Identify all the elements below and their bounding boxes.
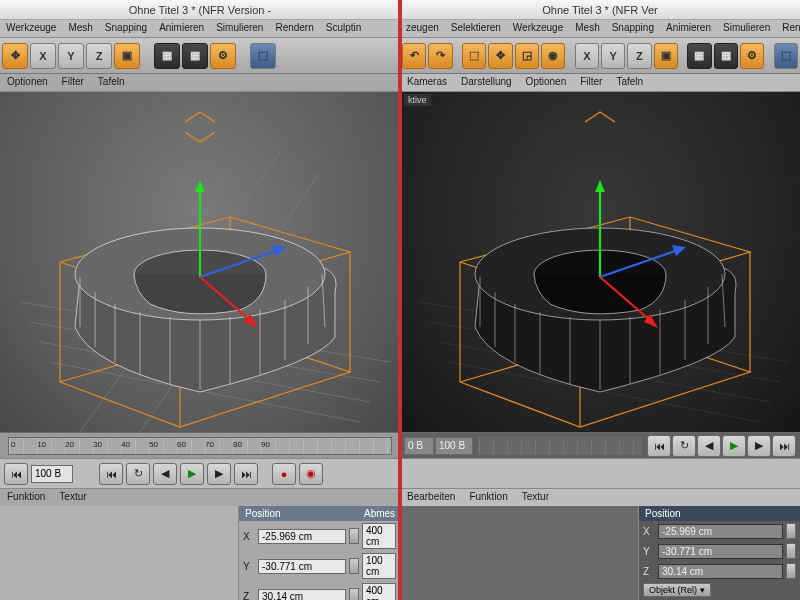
menu-animieren[interactable]: Animieren bbox=[153, 20, 210, 37]
pos-x-field[interactable]: -25.969 cm bbox=[258, 529, 346, 544]
timeline-ruler[interactable]: 0 10 20 30 40 50 60 70 80 90 bbox=[8, 437, 392, 455]
loop-icon[interactable]: ↻ bbox=[672, 435, 696, 457]
render-view-icon[interactable]: ▦ bbox=[154, 43, 180, 69]
attribute-panel: Position X -25.969 cm Y -30.771 cm Z 30.… bbox=[400, 506, 800, 600]
dim-y-field[interactable]: 100 cm bbox=[362, 553, 396, 579]
axis-y-button[interactable]: Y bbox=[601, 43, 625, 69]
autokey-icon[interactable]: ◉ bbox=[299, 463, 323, 485]
hdr-position: Position bbox=[639, 506, 800, 521]
tab-textur[interactable]: Textur bbox=[52, 489, 93, 506]
attribute-tabs: Bearbeiten Funktion Textur bbox=[400, 488, 800, 506]
viewport-3d[interactable]: ktive bbox=[400, 92, 800, 432]
axis-y-button[interactable]: Y bbox=[58, 43, 84, 69]
step-back-icon[interactable]: ◀ bbox=[697, 435, 721, 457]
vmenu-filter[interactable]: Filter bbox=[55, 74, 91, 91]
vmenu-filter[interactable]: Filter bbox=[573, 74, 609, 91]
hdr-abmessung: Abmes bbox=[358, 506, 400, 521]
menu-werkzeuge[interactable]: Werkzeuge bbox=[507, 20, 569, 37]
transport-bar bbox=[400, 458, 800, 488]
timeline-ruler[interactable] bbox=[478, 437, 642, 455]
menu-zeugen[interactable]: zeugen bbox=[400, 20, 445, 37]
end-frame-field[interactable]: 100 B bbox=[31, 465, 73, 483]
timeline[interactable]: 0 B 100 B ⏮ ↻ ◀ ▶ ▶ ⏭ bbox=[400, 432, 800, 458]
dim-z-field[interactable]: 400 cm bbox=[362, 583, 396, 600]
vmenu-tafeln[interactable]: Tafeln bbox=[609, 74, 650, 91]
pos-x-stepper[interactable] bbox=[349, 528, 359, 544]
render-gear-icon[interactable]: ⚙ bbox=[210, 43, 236, 69]
menu-selektieren[interactable]: Selektieren bbox=[445, 20, 507, 37]
axis-x-button[interactable]: X bbox=[30, 43, 56, 69]
goto-start-icon[interactable]: ⏮ bbox=[4, 463, 28, 485]
cube-primitive-icon[interactable]: ▣ bbox=[114, 43, 140, 69]
pos-z-stepper[interactable] bbox=[786, 563, 796, 579]
pos-x-field[interactable]: -25.969 cm bbox=[658, 524, 783, 539]
pos-y-stepper[interactable] bbox=[786, 543, 796, 559]
move-tool-icon[interactable]: ✥ bbox=[488, 43, 512, 69]
render-picture-icon[interactable]: ▦ bbox=[714, 43, 738, 69]
menu-snapping[interactable]: Snapping bbox=[606, 20, 660, 37]
viewport-3d[interactable] bbox=[0, 92, 400, 432]
rotate-tool-icon[interactable]: ◉ bbox=[541, 43, 565, 69]
vmenu-optionen[interactable]: Optionen bbox=[0, 74, 55, 91]
vmenu-optionen[interactable]: Optionen bbox=[519, 74, 574, 91]
coord-mode-dropdown[interactable]: Objekt (Rel)▾ bbox=[643, 583, 711, 597]
menu-animieren[interactable]: Animieren bbox=[660, 20, 717, 37]
rewind-icon[interactable]: ⏮ bbox=[647, 435, 671, 457]
render-settings-icon[interactable]: ▦ bbox=[182, 43, 208, 69]
rewind-icon[interactable]: ⏮ bbox=[99, 463, 123, 485]
pos-z-field[interactable]: 30.14 cm bbox=[658, 564, 783, 579]
undo-icon[interactable]: ↶ bbox=[402, 43, 426, 69]
vmenu-tafeln[interactable]: Tafeln bbox=[91, 74, 132, 91]
end-frame-field[interactable]: 100 B bbox=[435, 437, 473, 455]
record-icon[interactable]: ● bbox=[272, 463, 296, 485]
pos-z-stepper[interactable] bbox=[349, 588, 359, 600]
goto-end-icon[interactable]: ⏭ bbox=[234, 463, 258, 485]
tab-funktion[interactable]: Funktion bbox=[462, 489, 514, 506]
start-frame-field[interactable]: 0 B bbox=[404, 437, 434, 455]
tab-bearbeiten[interactable]: Bearbeiten bbox=[400, 489, 462, 506]
menu-werkzeuge[interactable]: Werkzeuge bbox=[0, 20, 62, 37]
menu-rendern[interactable]: Rendern bbox=[269, 20, 319, 37]
cube-primitive-icon[interactable]: ▣ bbox=[654, 43, 678, 69]
menu-snapping[interactable]: Snapping bbox=[99, 20, 153, 37]
window-title: Ohne Titel 3 * (NFR Version - bbox=[0, 0, 400, 20]
axis-x-button[interactable]: X bbox=[575, 43, 599, 69]
pos-x-stepper[interactable] bbox=[786, 523, 796, 539]
axis-z-button[interactable]: Z bbox=[627, 43, 651, 69]
menu-mesh[interactable]: Mesh bbox=[569, 20, 605, 37]
move-tool-icon[interactable]: ✥ bbox=[2, 43, 28, 69]
loop-icon[interactable]: ↻ bbox=[126, 463, 150, 485]
add-object-icon[interactable]: ⬚ bbox=[774, 43, 798, 69]
menu-rendern[interactable]: Rendern bbox=[776, 20, 800, 37]
pos-z-field[interactable]: 30.14 cm bbox=[258, 589, 346, 601]
menu-simulieren[interactable]: Simulieren bbox=[210, 20, 269, 37]
vmenu-kameras[interactable]: Kameras bbox=[400, 74, 454, 91]
select-tool-icon[interactable]: ⬚ bbox=[462, 43, 486, 69]
tab-funktion[interactable]: Funktion bbox=[0, 489, 52, 506]
render-gear-icon[interactable]: ⚙ bbox=[740, 43, 764, 69]
pos-y-field[interactable]: -30.771 cm bbox=[258, 559, 346, 574]
menu-mesh[interactable]: Mesh bbox=[62, 20, 98, 37]
menu-sculpting[interactable]: Sculptin bbox=[320, 20, 368, 37]
main-menu: zeugen Selektieren Werkzeuge Mesh Snappi… bbox=[400, 20, 800, 38]
step-fwd-icon[interactable]: ▶ bbox=[207, 463, 231, 485]
redo-icon[interactable]: ↷ bbox=[428, 43, 452, 69]
timeline[interactable]: 0 10 20 30 40 50 60 70 80 90 bbox=[0, 432, 400, 458]
step-fwd-icon[interactable]: ▶ bbox=[747, 435, 771, 457]
tab-textur[interactable]: Textur bbox=[515, 489, 556, 506]
axis-z-button[interactable]: Z bbox=[86, 43, 112, 69]
menu-simulieren[interactable]: Simulieren bbox=[717, 20, 776, 37]
scale-tool-icon[interactable]: ◲ bbox=[515, 43, 539, 69]
svg-marker-51 bbox=[595, 180, 605, 192]
step-back-icon[interactable]: ◀ bbox=[153, 463, 177, 485]
dim-x-field[interactable]: 400 cm bbox=[362, 523, 396, 549]
pos-y-field[interactable]: -30.771 cm bbox=[658, 544, 783, 559]
play-icon[interactable]: ▶ bbox=[180, 463, 204, 485]
vmenu-darstellung[interactable]: Darstellung bbox=[454, 74, 519, 91]
goto-end-icon[interactable]: ⏭ bbox=[772, 435, 796, 457]
play-icon[interactable]: ▶ bbox=[722, 435, 746, 457]
add-object-icon[interactable]: ⬚ bbox=[250, 43, 276, 69]
render-view-icon[interactable]: ▦ bbox=[687, 43, 711, 69]
pos-y-stepper[interactable] bbox=[349, 558, 359, 574]
attribute-panel: Position Abmes X -25.969 cm 400 cm Y -30… bbox=[0, 506, 400, 600]
